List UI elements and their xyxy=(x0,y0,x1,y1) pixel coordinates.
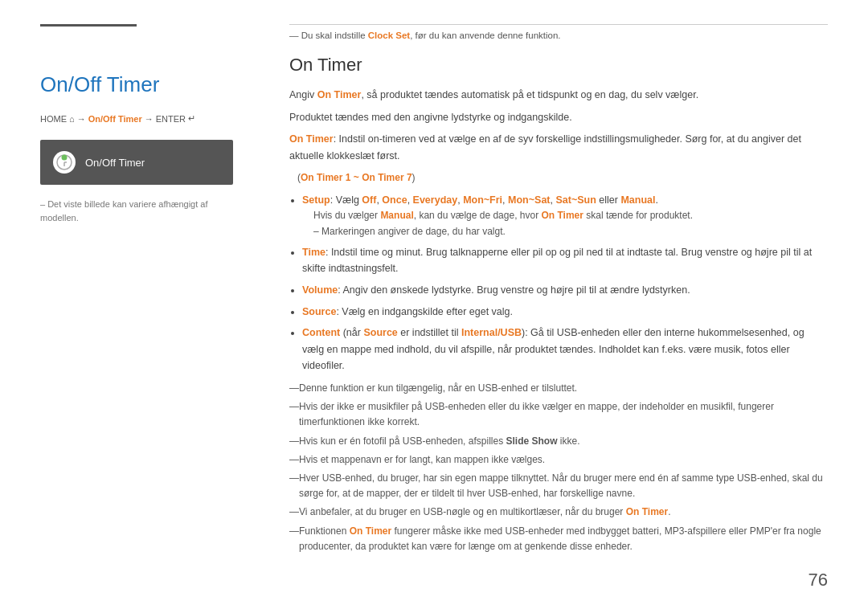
dash-note-5: Hver USB-enhed, du bruger, har sin egen … xyxy=(289,471,828,501)
dash-note-3: Hvis kun er én fotofil på USB-enheden, a… xyxy=(289,434,828,449)
bullet-source: Source: Vælg en indgangskilde efter eget… xyxy=(302,304,828,321)
setup-manual: Manual xyxy=(620,194,655,206)
dash-note-2: Hvis der ikke er musikfiler på USB-enhed… xyxy=(289,399,828,430)
dash-note-4: Hvis et mappenavn er for langt, kan mapp… xyxy=(289,452,828,468)
internal-usb-ref: Internal/USB xyxy=(461,327,522,338)
menu-item-label: On/Off Timer xyxy=(85,157,145,169)
bullet-setup: Setup: Vælg Off, Once, Everyday, Mon~Fri… xyxy=(302,192,828,239)
breadcrumb-arrow2: → xyxy=(145,114,154,124)
clock-set-ref: Clock Set xyxy=(368,31,410,40)
on-timer-ref7: On Timer xyxy=(350,525,391,537)
sub-note1: (On Timer 1 ~ On Timer 7) xyxy=(297,170,828,186)
breadcrumb-arrow1: → xyxy=(77,114,86,124)
bullet-time: Time: Indstil time og minut. Brug talkna… xyxy=(302,244,828,277)
timer-icon xyxy=(53,151,76,174)
content-label: Content xyxy=(302,327,340,338)
svg-point-1 xyxy=(62,155,68,161)
setup-once: Once xyxy=(382,194,407,206)
source-ref: Source xyxy=(363,327,397,338)
para2: Produktet tændes med den angivne lydstyr… xyxy=(289,109,828,126)
image-note: – Det viste billede kan variere afhængig… xyxy=(40,198,233,224)
breadcrumb-home: HOME xyxy=(40,114,67,124)
left-panel: On/Off Timer HOME ⌂ → On/Off Timer → ENT… xyxy=(0,0,257,613)
on-timer-ref6: On Timer xyxy=(626,506,668,517)
manual-ref: Manual xyxy=(380,210,413,221)
setup-sub1: Hvis du vælger Manual, kan du vælge de d… xyxy=(313,208,828,223)
breadcrumb-item[interactable]: On/Off Timer xyxy=(88,114,142,124)
page-number: 76 xyxy=(809,570,828,591)
bullet-list: Setup: Vælg Off, Once, Everyday, Mon~Fri… xyxy=(302,192,828,374)
top-note: — Du skal indstille Clock Set, før du ka… xyxy=(289,31,828,40)
para3: On Timer: Indstil on-timeren ved at vælg… xyxy=(289,131,828,164)
on-timer-ref3: On Timer xyxy=(542,210,583,221)
enter-icon: ↵ xyxy=(188,113,195,124)
home-icon: ⌂ xyxy=(69,114,75,124)
page-title: On/Off Timer xyxy=(40,72,233,97)
setup-monfri: Mon~Fri xyxy=(463,194,502,206)
right-panel: — Du skal indstille Clock Set, før du ka… xyxy=(257,0,868,613)
setup-off: Off xyxy=(362,194,376,206)
time-label: Time xyxy=(302,247,326,258)
section-title: On Timer xyxy=(289,55,828,76)
setup-monsat: Mon~Sat xyxy=(508,194,550,206)
volume-label: Volume xyxy=(302,284,338,296)
dash-note-7: Funktionen On Timer fungerer måske ikke … xyxy=(289,524,828,554)
on-timer-range: On Timer 1 ~ On Timer 7 xyxy=(301,172,412,183)
setup-satsun: Sat~Sun xyxy=(555,194,596,206)
setup-everyday: Everyday xyxy=(413,194,458,206)
on-timer-ref1: On Timer xyxy=(317,89,362,100)
setup-label: Setup xyxy=(302,194,330,206)
source-label: Source xyxy=(302,306,336,317)
para1: Angiv On Timer, så produktet tændes auto… xyxy=(289,87,828,104)
on-timer-ref2: On Timer xyxy=(289,133,334,145)
dash-note-1: Denne funktion er kun tilgængelig, når e… xyxy=(289,381,828,396)
setup-sub2: – Markeringen angiver de dage, du har va… xyxy=(313,224,828,239)
breadcrumb: HOME ⌂ → On/Off Timer → ENTER ↵ xyxy=(40,113,233,124)
menu-item-ontimer[interactable]: On/Off Timer xyxy=(40,140,233,185)
timer-svg xyxy=(55,153,74,172)
dash-note-6: Vi anbefaler, at du bruger en USB-nøgle … xyxy=(289,505,828,520)
bullet-volume: Volume: Angiv den ønskede lydstyrke. Bru… xyxy=(302,282,828,299)
top-rule-left xyxy=(40,24,137,27)
bullet-content: Content (når Source er indstillet til In… xyxy=(302,325,828,374)
slideshow-ref: Slide Show xyxy=(506,435,557,447)
top-rule-right xyxy=(289,24,828,25)
breadcrumb-enter: ENTER xyxy=(156,114,186,124)
